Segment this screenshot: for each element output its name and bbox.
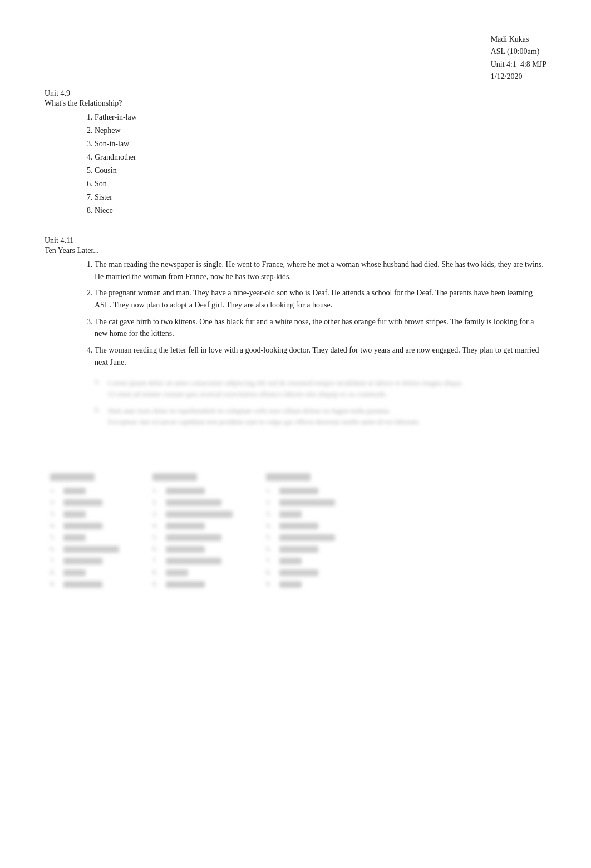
list-item: Son: [95, 178, 546, 190]
blurred-item-6: 6. Duis aute irure dolor in reprehenderi…: [95, 405, 546, 428]
blurred-section: 5. Lorem ipsum dolor sit amet consectetu…: [95, 378, 546, 428]
unit-info: Unit 4:1–4:8 MJP: [491, 58, 546, 71]
class-info: ASL (10:00am): [491, 46, 546, 58]
list-item: Father-in-law: [95, 111, 546, 123]
list-item: Nephew: [95, 125, 546, 136]
date-info: 1/12/2020: [491, 71, 546, 83]
list-item-4: The woman reading the letter fell in lov…: [95, 344, 546, 368]
column-2: 1. 2. 3. 4. 5.: [152, 473, 233, 588]
column-3: 1. 2. 3. 4. 5.: [266, 473, 335, 588]
unit-411-subtitle: Ten Years Later...: [45, 246, 546, 255]
list-item-3: The cat gave birth to two kittens. One h…: [95, 316, 546, 340]
unit-411-list: The man reading the newspaper is single.…: [95, 259, 546, 369]
unit-49-subtitle: What's the Relationship?: [45, 99, 546, 108]
blurred-item-5: 5. Lorem ipsum dolor sit amet consectetu…: [95, 378, 546, 400]
header-info: Madi Kukas ASL (10:00am) Unit 4:1–4:8 MJ…: [491, 33, 546, 83]
bottom-section: 1. 2. 3. 4. 5.: [45, 444, 546, 588]
student-name: Madi Kukas: [491, 33, 546, 46]
unit-49-list: Father-in-law Nephew Son-in-law Grandmot…: [95, 111, 546, 216]
list-item-1: The man reading the newspaper is single.…: [95, 259, 546, 282]
columns-container: 1. 2. 3. 4. 5.: [50, 473, 546, 588]
unit-411-title: Unit 4.11: [45, 236, 546, 245]
unit-411-section: Unit 4.11 Ten Years Later... The man rea…: [45, 236, 546, 428]
list-item: Sister: [95, 191, 546, 203]
list-item-2: The pregnant woman and man. They have a …: [95, 287, 546, 311]
unit-49-section: Unit 4.9 What's the Relationship? Father…: [45, 89, 546, 216]
page: Madi Kukas ASL (10:00am) Unit 4:1–4:8 MJ…: [0, 0, 591, 868]
column-1: 1. 2. 3. 4. 5.: [50, 473, 119, 588]
list-item: Son-in-law: [95, 138, 546, 150]
unit-49-title: Unit 4.9: [45, 89, 546, 98]
list-item: Cousin: [95, 165, 546, 176]
list-item: Niece: [95, 205, 546, 216]
list-item: Grandmother: [95, 151, 546, 163]
